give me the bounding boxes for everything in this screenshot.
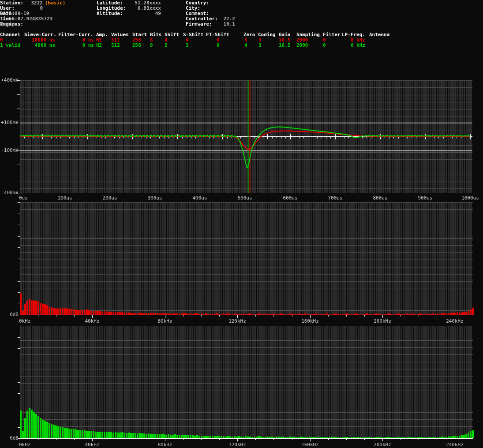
- spectrum-x-tick-label: 240kHz: [446, 318, 464, 324]
- waveform-y-tick-label: -100mV: [0, 147, 19, 153]
- channel-table-cell: 8: [150, 42, 153, 48]
- spectrum-x-tick-label: 160kHz: [301, 318, 319, 324]
- channel-table-cell: 2000: [296, 42, 308, 48]
- channel-table-cell: 10.5: [279, 42, 291, 48]
- spectrum-x-tick-label: 200kHz: [374, 442, 391, 448]
- firmware-label: Firmware:: [186, 22, 212, 27]
- signal-monitor-screen: Station: 3222 (basic) User: 0 Date: 2025…: [0, 0, 483, 448]
- charts-canvas: [0, 0, 483, 448]
- station-mode-badge: (basic): [45, 0, 65, 6]
- waveform-x-tick-label: 700us: [328, 195, 342, 201]
- regions-value: Europe: [0, 22, 18, 27]
- waveform-x-tick-label: 100us: [57, 195, 72, 201]
- channel-table-header: Antenna: [369, 32, 389, 38]
- waveform-x-tick-label: 600us: [283, 195, 297, 201]
- channel-table-cell: 0: [217, 42, 220, 48]
- spectrum-y-axis-label: 0dB: [0, 435, 19, 441]
- channel-table-cell: 2: [165, 42, 168, 48]
- waveform-x-tick-label: 200us: [102, 195, 117, 201]
- waveform-x-tick-label: 300us: [147, 195, 162, 201]
- channel-table-cell: 3: [258, 42, 262, 48]
- channel-table-cell: 512: [111, 42, 120, 48]
- firmware-value: 10.1: [217, 22, 235, 27]
- spectrum-x-tick-label: 0kHz: [19, 318, 31, 324]
- spectrum-x-tick-label: 80kHz: [157, 318, 172, 324]
- waveform-x-tick-label: 800us: [373, 195, 387, 201]
- channel-table-cell: H2: [96, 42, 102, 48]
- spectrum-x-tick-label: 200kHz: [374, 318, 391, 324]
- spectrum-x-tick-label: 80kHz: [157, 442, 172, 448]
- waveform-x-tick-label: 900us: [418, 195, 432, 201]
- channel-table-cell: 3: [186, 42, 189, 48]
- waveform-x-tick-label: 0us: [19, 195, 28, 201]
- spectrum-x-tick-label: 0kHz: [19, 442, 31, 448]
- spectrum-x-tick-label: 120kHz: [228, 318, 246, 324]
- waveform-y-tick-label: +100mV: [0, 120, 19, 125]
- user-value: 0: [30, 6, 43, 11]
- spectrum-x-tick-label: 120kHz: [228, 442, 246, 448]
- spectrum-y-axis-label: 0dB: [0, 312, 19, 317]
- channel-table-cell: 4: [244, 42, 247, 48]
- channel-table-cell: 0 ns: [54, 42, 94, 48]
- channel-table-cell: 0 kHz: [326, 42, 365, 48]
- spectrum-x-tick-label: 40kHz: [85, 442, 99, 448]
- waveform-y-tick-label: +400mV: [0, 77, 19, 83]
- altitude-value: 49: [124, 11, 161, 16]
- waveform-x-tick-label: 400us: [192, 195, 207, 201]
- spectrum-x-tick-label: 160kHz: [301, 442, 319, 448]
- channel-table-cell: 4000 ns: [15, 42, 55, 48]
- spectrum-x-tick-label: 240kHz: [446, 442, 464, 448]
- waveform-x-tick-label: 1000us: [461, 195, 479, 201]
- altitude-label: Altitude:: [97, 11, 123, 16]
- spectrum-x-tick-label: 40kHz: [85, 318, 99, 324]
- channel-table-cell: 256: [132, 42, 141, 48]
- waveform-x-tick-label: 500us: [237, 195, 252, 201]
- waveform-y-tick-label: -400mV: [0, 190, 19, 196]
